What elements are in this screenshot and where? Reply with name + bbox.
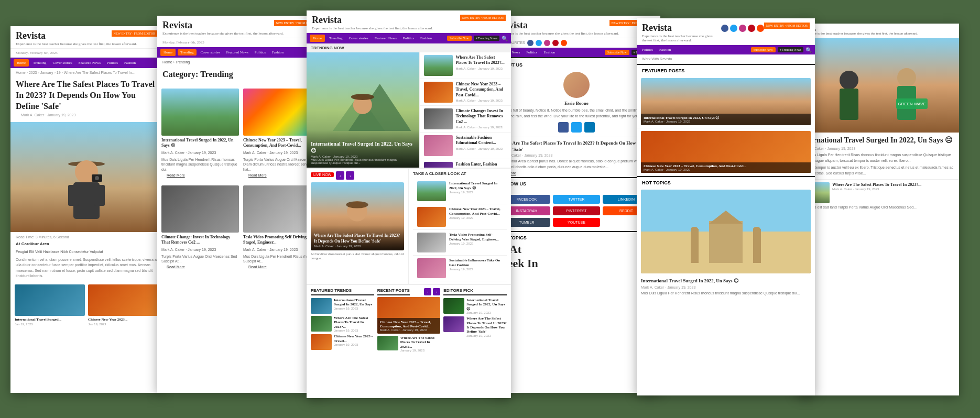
nav-fashion-4[interactable]: Fashion (541, 49, 557, 56)
hero-title-3: International Travel Surged In 2022, Un … (311, 140, 415, 154)
nav-featured-2[interactable]: Featured News (224, 49, 251, 56)
nav-bar-3[interactable]: Home Trending Cover stories Featured New… (307, 33, 511, 43)
hot-topics-5: HOT TOPICS (637, 176, 815, 188)
nav-politics-5[interactable]: Politics (640, 47, 655, 53)
nav-cover-1[interactable]: Cover stories (51, 60, 74, 66)
nav-fashion-5[interactable]: Fashion (657, 47, 673, 53)
closer-thumb-4 (417, 258, 446, 278)
search-icon-5[interactable]: 🔍 (805, 47, 812, 53)
panel-4: NEW ENTRY · FROM EDITOR Revista Experien… (493, 16, 660, 393)
thumb-5 (424, 162, 453, 168)
panel1-header: NEW ENTRY · FROM EDITOR Revista Experien… (10, 26, 162, 49)
article-thumb-1b: Chinese New Year 2023... Jan 19, 2023 (88, 284, 158, 326)
nav-bar-4[interactable]: Featured News Politics Fashion Subscribe… (493, 48, 660, 57)
panel6-header-area: Revista Experience is the best teacher b… (797, 24, 959, 38)
date-2: Monday, February 6th, 2023 (157, 38, 325, 47)
closer-look-section: TAKE A CLOSER LOOK AT International Trav… (409, 169, 511, 284)
fav-pi (552, 40, 559, 46)
fav-ig (544, 40, 550, 46)
about-li[interactable] (584, 122, 595, 133)
live-section-row: LIVE NOW ‹ › (307, 168, 511, 284)
svg-rect-5 (94, 185, 105, 206)
trending-item-2: Chinese New Year 2023 – Travel, Consumpt… (420, 79, 511, 106)
follow-pinterest[interactable]: PINTEREST (553, 206, 600, 215)
nav-home-2[interactable]: Home (160, 49, 176, 56)
nav-trending-1[interactable]: Trending (31, 60, 48, 66)
read-more-safest-4[interactable]: Read More (498, 171, 655, 175)
recent-posts-section: RECENT POSTS ‹ › Chinese New Year 2023 –… (377, 288, 441, 352)
about-tw[interactable] (571, 122, 582, 133)
nav-featured-1[interactable]: Featured News (77, 60, 103, 66)
nav-trending-2[interactable]: Trending (178, 49, 196, 56)
thumb-1 (424, 55, 453, 76)
svg-point-22 (691, 227, 698, 231)
nav-cover-2[interactable]: Cover stories (199, 49, 222, 56)
nav-bar-5[interactable]: Politics Fashion Subscribe Now # Trendin… (637, 45, 815, 54)
img-intl-travel (161, 89, 239, 136)
panel5-header: NEW ENTRY · FROM EDITOR Revista Experien… (637, 18, 815, 45)
nav-cover-3[interactable]: Cover stories (347, 35, 371, 41)
svg-point-23 (753, 227, 760, 231)
closer-article-1: International Travel Surged In 2022, Un … (413, 179, 507, 204)
prev-btn[interactable]: ‹ (336, 171, 344, 180)
info-3: Climate Change: Invest In Technology Tha… (456, 108, 507, 129)
info-2: Chinese New Year 2023 – Travel, Consumpt… (456, 82, 507, 102)
nav-fashion-3[interactable]: Fashion (418, 35, 434, 41)
read-more-intl[interactable]: Read More (161, 172, 239, 181)
fp2-img: Chinese New Year 2023 – Travel, Consumpt… (641, 131, 811, 173)
nav-politics-3[interactable]: Politics (401, 35, 416, 41)
new-entry-badge-1: NEW ENTRY · FROM EDITOR (112, 30, 157, 37)
live-badge: LIVE NOW (311, 172, 334, 177)
follow-youtube[interactable]: YOUTUBE (553, 218, 600, 227)
featured-post-1: International Travel Surged In 2022, Un … (637, 75, 815, 128)
nav-bar-2[interactable]: Home Trending Cover stories Featured New… (157, 47, 325, 58)
svg-rect-4 (68, 185, 79, 206)
trending-news-btn-3[interactable]: # Trending News (474, 36, 499, 41)
fav-tw (536, 40, 542, 46)
recent-next[interactable]: › (433, 288, 440, 295)
fav-re (561, 40, 567, 46)
nav-home-1[interactable]: Home (14, 59, 29, 67)
feat-item-3: Chinese New Year 2023 – Travel... Januar… (311, 334, 374, 350)
nav-politics-2[interactable]: Politics (253, 49, 268, 56)
follow-twitter[interactable]: TWITTER (553, 195, 600, 204)
thumb-3 (424, 108, 453, 129)
recent-item-2: Where Are The Safest Places To Travel In… (377, 336, 441, 352)
live-article-title: Where Are The Safest Places To Travel In… (314, 233, 401, 244)
nav-trending-3[interactable]: Trending (327, 35, 344, 41)
new-entry-badge-5: NEW ENTRY · FROM EDITOR (764, 23, 810, 29)
panel-3: NEW ENTRY · FROM EDITOR Revista Experien… (307, 10, 511, 398)
nav-fashion-1[interactable]: Fashion (122, 60, 138, 66)
nav-politics-4[interactable]: Politics (524, 49, 539, 56)
recent-prev[interactable]: ‹ (424, 288, 431, 295)
article-grid-2: International Travel Surged In 2022, Un … (157, 84, 325, 277)
favourites-row: ★ FAVOURITES (493, 38, 660, 48)
nav-bar-1[interactable]: Home Trending Cover stories Featured New… (10, 58, 162, 68)
svg-point-15 (346, 201, 368, 208)
work-with: Work With Revista (637, 54, 815, 64)
date-1: Monday, February 6th, 2023 (10, 49, 162, 58)
nav-home-3[interactable]: Home (310, 35, 325, 42)
trending-now-label: TRENDING NOW (307, 43, 511, 52)
about-section: ABOUT US Essie Boone Life is full of bea… (493, 57, 660, 137)
panel-5: NEW ENTRY · FROM EDITOR Revista Experien… (637, 18, 815, 395)
read-more-climate[interactable]: Read More (161, 264, 239, 273)
trending-list: Where Are The Safest Places To Travel In… (419, 52, 511, 168)
subscribe-btn-4[interactable]: Subscribe Now (605, 50, 629, 55)
about-fb[interactable] (558, 122, 569, 133)
trending-layout: International Travel Surged In 2022, Un … (307, 52, 511, 168)
nav-fashion-2[interactable]: Fashion (270, 49, 286, 56)
closer-article-4: Sustainable Influencers Take On Fast Fas… (413, 256, 507, 281)
trending-news-btn-5[interactable]: # Trending News (778, 47, 803, 52)
subscribe-btn-5[interactable]: Subscribe Now (751, 47, 776, 52)
next-btn[interactable]: › (346, 171, 354, 180)
nav-politics-1[interactable]: Politics (105, 60, 120, 66)
nav-featured-3[interactable]: Featured News (373, 35, 399, 41)
search-icon-3[interactable]: 🔍 (502, 36, 508, 41)
svg-point-27 (897, 68, 916, 87)
panel-1: NEW ENTRY · FROM EDITOR Revista Experien… (10, 26, 162, 393)
svg-rect-24 (797, 38, 959, 133)
subscribe-btn-3[interactable]: Subscribe Now (447, 36, 472, 41)
feat-item-1: International Travel Surged In 2022, Un … (311, 298, 374, 314)
editor-item-1: International Travel Surged In 2022, Un … (443, 298, 507, 314)
